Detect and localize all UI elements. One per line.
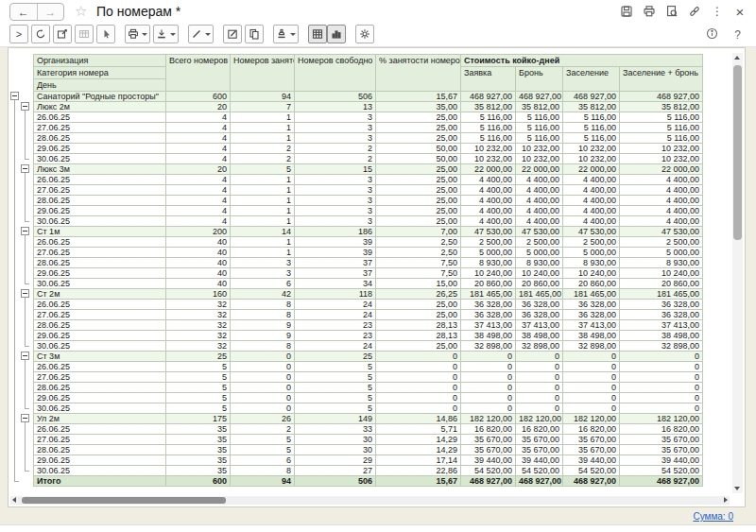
table-row[interactable]: 26.06.25401392,502 500,002 500,002 500,0… bbox=[34, 237, 703, 248]
cell-value[interactable]: 1 bbox=[231, 185, 295, 196]
cell-value[interactable]: 20 860,00 bbox=[516, 279, 563, 289]
save-icon[interactable] bbox=[619, 4, 634, 19]
row-label[interactable]: 26.06.25 bbox=[34, 237, 166, 248]
cell-value[interactable]: 15,00 bbox=[376, 279, 461, 289]
cell-value[interactable]: 4 400,00 bbox=[516, 216, 563, 227]
row-label[interactable]: 27.06.25 bbox=[34, 435, 166, 445]
cell-value[interactable]: 16 820,00 bbox=[516, 424, 563, 435]
cell-value[interactable]: 35 bbox=[166, 455, 231, 466]
row-label[interactable]: 27.06.25 bbox=[34, 185, 166, 196]
cell-value[interactable]: 40 bbox=[166, 248, 231, 258]
row-label[interactable]: 28.06.25 bbox=[34, 196, 166, 206]
cell-value[interactable]: 4 400,00 bbox=[620, 175, 703, 185]
cell-value[interactable]: 40 bbox=[166, 279, 231, 289]
cell-value[interactable]: 0 bbox=[376, 393, 461, 403]
cell-value[interactable]: 10 232,00 bbox=[516, 154, 563, 164]
cell-value[interactable]: 4 400,00 bbox=[620, 216, 703, 227]
cell-value[interactable]: 24 bbox=[295, 341, 376, 352]
scroll-up-icon[interactable] bbox=[734, 56, 740, 60]
row-label[interactable]: 29.06.25 bbox=[34, 268, 166, 279]
cell-value[interactable]: 26 bbox=[231, 414, 295, 424]
cell-value[interactable]: 36 328,00 bbox=[461, 310, 516, 320]
cell-value[interactable]: 22 000,00 bbox=[620, 164, 703, 175]
save-export-button[interactable] bbox=[153, 25, 179, 43]
cell-value[interactable]: 4 400,00 bbox=[563, 175, 620, 185]
cell-value[interactable]: 5 116,00 bbox=[516, 133, 563, 144]
cell-value[interactable]: 0 bbox=[620, 362, 703, 372]
cell-value[interactable]: 4 400,00 bbox=[461, 185, 516, 196]
cell-value[interactable]: 4 400,00 bbox=[563, 216, 620, 227]
cell-value[interactable]: 22 000,00 bbox=[516, 164, 563, 175]
cell-value[interactable]: 182 120,00 bbox=[516, 414, 563, 424]
cell-value[interactable]: 2 bbox=[295, 154, 376, 164]
vertical-scroll-thumb[interactable] bbox=[733, 65, 742, 240]
cell-value[interactable]: 0 bbox=[231, 393, 295, 403]
cell-value[interactable]: 6 bbox=[231, 279, 295, 289]
cell-value[interactable]: 0 bbox=[231, 383, 295, 393]
cell-value[interactable]: 0 bbox=[376, 383, 461, 393]
cell-value[interactable]: 181 465,00 bbox=[516, 289, 563, 300]
cell-value[interactable]: 4 bbox=[166, 144, 231, 154]
cell-value[interactable]: 5 000,00 bbox=[563, 248, 620, 258]
cell-value[interactable]: 2 500,00 bbox=[461, 237, 516, 248]
cell-value[interactable]: 2 bbox=[231, 424, 295, 435]
cell-value[interactable]: 10 240,00 bbox=[563, 268, 620, 279]
link-icon[interactable] bbox=[687, 4, 702, 19]
cell-value[interactable]: 5 bbox=[166, 362, 231, 372]
cell-value[interactable]: 5 000,00 bbox=[461, 248, 516, 258]
cell-value[interactable]: 5 000,00 bbox=[620, 248, 703, 258]
row-label[interactable]: 30.06.25 bbox=[34, 154, 166, 164]
cell-value[interactable]: 4 bbox=[166, 154, 231, 164]
cell-value[interactable]: 5 116,00 bbox=[563, 112, 620, 123]
row-label[interactable]: 26.06.25 bbox=[34, 300, 166, 310]
cell-value[interactable]: 0 bbox=[376, 362, 461, 372]
cell-value[interactable]: 4 400,00 bbox=[461, 216, 516, 227]
cell-value[interactable]: 0 bbox=[516, 383, 563, 393]
cell-value[interactable]: 8 930,00 bbox=[563, 258, 620, 268]
cell-value[interactable]: 2 bbox=[295, 144, 376, 154]
row-label[interactable]: 30.06.25 bbox=[34, 279, 166, 289]
cell-value[interactable]: 35 812,00 bbox=[620, 102, 703, 112]
cell-value[interactable]: 3 bbox=[295, 175, 376, 185]
cell-value[interactable]: 0 bbox=[563, 403, 620, 414]
cell-value[interactable]: 94 bbox=[231, 92, 295, 102]
horizontal-scroll-thumb[interactable] bbox=[22, 497, 226, 504]
table-row[interactable]: 27.06.2550500000 bbox=[34, 372, 703, 383]
cell-value[interactable]: 160 bbox=[166, 289, 231, 300]
cell-value[interactable]: 468 927,00 bbox=[563, 476, 620, 487]
cell-value[interactable]: 25,00 bbox=[376, 164, 461, 175]
appearance-button[interactable] bbox=[273, 25, 299, 43]
row-label[interactable]: 27.06.25 bbox=[34, 310, 166, 320]
cell-value[interactable]: 7,50 bbox=[376, 268, 461, 279]
table-row[interactable]: 26.06.25352335,7116 820,0016 820,0016 82… bbox=[34, 424, 703, 435]
cell-value[interactable]: 13 bbox=[295, 102, 376, 112]
cell-value[interactable]: 10 240,00 bbox=[620, 268, 703, 279]
cell-value[interactable]: 20 bbox=[166, 164, 231, 175]
cell-value[interactable]: 4 400,00 bbox=[516, 196, 563, 206]
cell-value[interactable]: 35 670,00 bbox=[620, 435, 703, 445]
cell-value[interactable]: 0 bbox=[563, 352, 620, 362]
table-row[interactable]: 26.06.253282425,0036 328,0036 328,0036 3… bbox=[34, 300, 703, 310]
cell-value[interactable]: 35 bbox=[166, 424, 231, 435]
cell-value[interactable]: 32 bbox=[166, 300, 231, 310]
cell-value[interactable]: 36 328,00 bbox=[563, 300, 620, 310]
cell-value[interactable]: 1 bbox=[231, 123, 295, 133]
cell-value[interactable]: 17,14 bbox=[376, 455, 461, 466]
cell-value[interactable]: 0 bbox=[376, 403, 461, 414]
cell-value[interactable]: 3 bbox=[295, 123, 376, 133]
cell-value[interactable]: 25,00 bbox=[376, 196, 461, 206]
print-icon[interactable] bbox=[642, 4, 657, 19]
cell-value[interactable]: 5 bbox=[295, 372, 376, 383]
cell-value[interactable]: 20 860,00 bbox=[563, 279, 620, 289]
cell-value[interactable]: 16 820,00 bbox=[620, 424, 703, 435]
row-label[interactable]: Ст 2м bbox=[34, 289, 166, 300]
cell-value[interactable]: 20 860,00 bbox=[620, 279, 703, 289]
row-label[interactable]: 29.06.25 bbox=[34, 331, 166, 341]
row-label[interactable]: 30.06.25 bbox=[34, 403, 166, 414]
cell-value[interactable]: 37 413,00 bbox=[461, 320, 516, 331]
drawing-button[interactable] bbox=[188, 25, 214, 43]
cell-value[interactable]: 37 413,00 bbox=[516, 320, 563, 331]
cell-value[interactable]: 5 116,00 bbox=[461, 123, 516, 133]
cell-value[interactable]: 14 bbox=[231, 227, 295, 237]
cell-value[interactable]: 468 927,00 bbox=[461, 476, 516, 487]
